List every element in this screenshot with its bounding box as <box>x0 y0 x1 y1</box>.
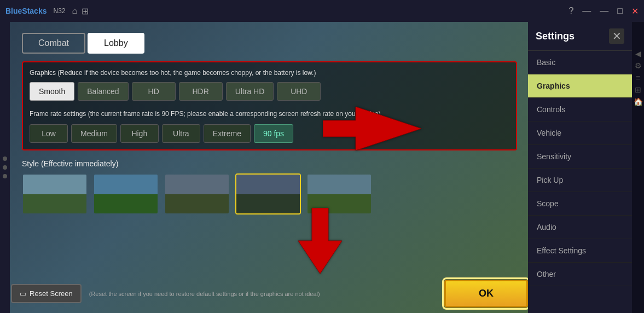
svg-marker-0 <box>323 107 421 150</box>
side-dot <box>3 156 7 161</box>
app-logo: BlueStacks <box>5 7 47 15</box>
framerate-label: Frame rate settings (the current frame r… <box>30 109 509 119</box>
quality-btn-hdr[interactable]: HDR <box>179 82 223 101</box>
minimize-icon[interactable]: — <box>600 6 608 16</box>
ok-button[interactable]: OK <box>444 280 528 308</box>
close-icon[interactable]: ✕ <box>631 6 639 16</box>
fps-btn-low[interactable]: Low <box>30 124 68 143</box>
strip-icon-4[interactable]: ⊞ <box>635 85 641 94</box>
fps-btn-high[interactable]: High <box>120 124 159 143</box>
reset-icon: ▭ <box>20 289 26 298</box>
sidebar-item-scope[interactable]: Scope <box>528 192 632 216</box>
quality-btn-balanced[interactable]: Balanced <box>78 82 128 101</box>
style-title: Style (Effective immediately) <box>22 159 517 168</box>
fps-btn-medium[interactable]: Medium <box>71 124 117 143</box>
sidebar-item-controls-label: Controls <box>537 105 565 114</box>
settings-header: Settings ✕ <box>528 22 632 51</box>
help-icon[interactable]: ? <box>568 6 573 16</box>
settings-close-button[interactable]: ✕ <box>609 28 624 44</box>
sidebar-item-pickup-label: Pick Up <box>537 176 563 184</box>
arrow-down-indicator <box>298 208 342 276</box>
style-thumb-4[interactable] <box>235 173 301 215</box>
left-side-strip <box>0 22 10 313</box>
settings-sidebar: Settings ✕ Basic Graphics Controls Vehic… <box>528 22 632 313</box>
settings-title: Settings <box>536 31 575 42</box>
main-content: Combat Lobby Graphics (Reduce if the dev… <box>0 22 644 313</box>
side-dot <box>3 174 7 178</box>
sidebar-item-sensitivity[interactable]: Sensitivity <box>528 145 632 169</box>
quality-btn-uhd[interactable]: UHD <box>277 82 321 101</box>
quality-btn-smooth[interactable]: Smooth <box>30 82 74 101</box>
style-thumb-1[interactable] <box>22 173 88 215</box>
strip-icon-3[interactable]: ≡ <box>636 73 640 82</box>
sidebar-item-controls[interactable]: Controls <box>528 98 632 121</box>
sidebar-item-graphics-label: Graphics <box>537 82 570 90</box>
fps-btn-extreme[interactable]: Extreme <box>204 124 251 143</box>
grid-icon[interactable]: ⊞ <box>82 6 89 16</box>
reset-hint: (Reset the screen if you need to restore… <box>89 291 437 297</box>
sidebar-item-audio-label: Audio <box>537 223 556 231</box>
sidebar-item-sensitivity-label: Sensitivity <box>537 152 571 161</box>
maximize-icon[interactable]: □ <box>617 6 623 16</box>
sidebar-item-effect-settings[interactable]: Effect Settings <box>528 239 632 263</box>
quality-buttons-row: Smooth Balanced HD HDR Ultra HD UHD <box>30 82 509 101</box>
fps-btn-ultra[interactable]: Ultra <box>162 124 200 143</box>
thumb-image-2 <box>94 175 158 213</box>
style-section: Style (Effective immediately) <box>22 159 517 215</box>
quality-btn-hd[interactable]: HD <box>132 82 176 101</box>
sidebar-item-pickup[interactable]: Pick Up <box>528 169 632 192</box>
bottom-bar: ▭ Reset Screen (Reset the screen if you … <box>11 274 528 313</box>
reset-label: Reset Screen <box>30 289 73 298</box>
thumb-image-4 <box>236 175 300 213</box>
tab-lobby[interactable]: Lobby <box>88 33 144 54</box>
far-right-strip: ◀ ⚙ ≡ ⊞ 🏠 <box>632 22 644 313</box>
fps-btn-90fps[interactable]: 90 fps <box>254 124 293 143</box>
thumb-image-1 <box>23 175 86 213</box>
style-thumbnails <box>22 173 517 215</box>
arrow-right-indicator <box>323 107 421 153</box>
titlebar: BlueStacks N32 ⌂ ⊞ ? ― — □ ✕ <box>0 0 644 22</box>
sidebar-item-other-label: Other <box>537 270 556 279</box>
tabs-row: Combat Lobby <box>22 33 517 54</box>
fps-buttons-row: Low Medium High Ultra Extreme 90 fps <box>30 124 509 143</box>
style-thumb-3[interactable] <box>164 173 230 215</box>
graphics-settings-box: Graphics (Reduce if the device becomes t… <box>22 61 517 150</box>
sidebar-item-basic[interactable]: Basic <box>528 51 632 74</box>
menu-icon[interactable]: ― <box>582 6 591 16</box>
tab-combat[interactable]: Combat <box>22 33 85 54</box>
side-dot <box>3 165 7 170</box>
sidebar-item-effect-settings-label: Effect Settings <box>537 246 586 255</box>
instance-tag: N32 <box>53 7 65 15</box>
strip-icon-2[interactable]: ⚙ <box>635 61 642 70</box>
style-thumb-2[interactable] <box>93 173 159 215</box>
home-icon[interactable]: ⌂ <box>72 6 78 16</box>
game-panel: Combat Lobby Graphics (Reduce if the dev… <box>0 22 528 313</box>
svg-marker-1 <box>298 208 342 274</box>
strip-icon-5[interactable]: 🏠 <box>634 97 643 106</box>
sidebar-item-vehicle[interactable]: Vehicle <box>528 121 632 145</box>
sidebar-item-other[interactable]: Other <box>528 263 632 286</box>
sidebar-item-basic-label: Basic <box>537 58 555 67</box>
reset-screen-button[interactable]: ▭ Reset Screen <box>11 284 82 303</box>
sidebar-item-graphics[interactable]: Graphics <box>528 74 632 98</box>
thumb-image-3 <box>165 175 229 213</box>
sidebar-item-vehicle-label: Vehicle <box>537 129 561 137</box>
strip-icon-1[interactable]: ◀ <box>635 49 641 58</box>
quality-btn-ultrahd[interactable]: Ultra HD <box>226 82 274 101</box>
graphics-label: Graphics (Reduce if the device becomes t… <box>30 69 509 77</box>
sidebar-item-scope-label: Scope <box>537 199 559 208</box>
sidebar-item-audio[interactable]: Audio <box>528 216 632 239</box>
